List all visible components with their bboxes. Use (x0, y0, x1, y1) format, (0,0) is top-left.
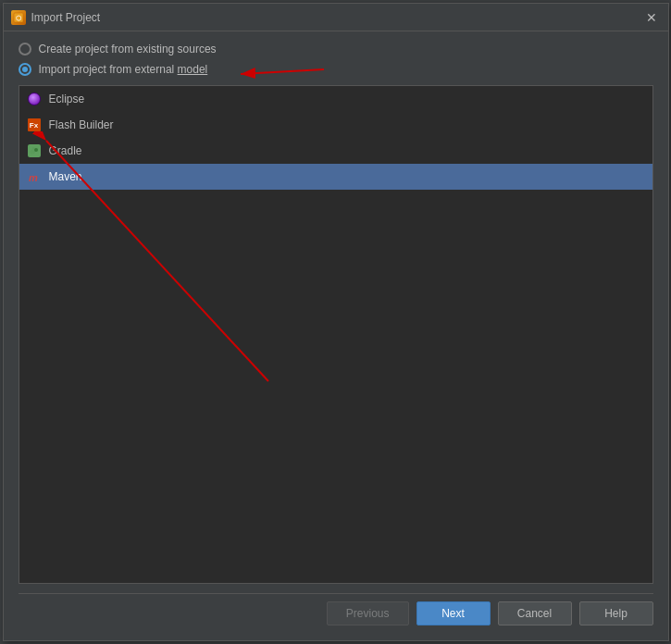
radio-create-circle[interactable] (19, 43, 31, 56)
next-button[interactable]: Next (416, 601, 491, 625)
flashbuilder-icon: Fx (27, 118, 42, 132)
window-icon: ⬡ (11, 10, 26, 25)
radio-create-label: Create project from existing sources (39, 43, 217, 56)
radio-import-circle[interactable] (19, 63, 31, 76)
svg-point-6 (34, 148, 38, 152)
import-underline: model (178, 63, 208, 76)
eclipse-label: Eclipse (49, 93, 85, 105)
help-button[interactable]: Help (579, 601, 653, 625)
maven-icon: m (27, 169, 42, 184)
radio-group: Create project from existing sources Imp… (19, 43, 653, 76)
content-area: Create project from existing sources Imp… (4, 31, 668, 640)
flashbuilder-label: Flash Builder (49, 118, 114, 131)
gradle-label: Gradle (49, 144, 82, 157)
radio-create[interactable]: Create project from existing sources (19, 43, 653, 56)
svg-text:m: m (29, 172, 38, 183)
gradle-icon (27, 143, 42, 158)
svg-text:⬡: ⬡ (16, 15, 21, 21)
maven-label: Maven (49, 170, 82, 183)
list-section: Eclipse Fx Flash Builder (19, 85, 653, 584)
import-type-list[interactable]: Eclipse Fx Flash Builder (19, 85, 653, 584)
import-project-window: ⬡ Import Project ✕ Create project from e… (3, 3, 669, 641)
radio-import[interactable]: Import project from external model (19, 63, 653, 76)
list-item-flashbuilder[interactable]: Fx Flash Builder (19, 112, 652, 138)
list-item-eclipse[interactable]: Eclipse (19, 86, 652, 112)
svg-line-3 (241, 69, 324, 74)
title-bar-left: ⬡ Import Project (11, 10, 101, 25)
window-title: Import Project (31, 11, 101, 24)
radio-import-label: Import project from external model (39, 63, 208, 76)
title-bar: ⬡ Import Project ✕ (4, 4, 668, 31)
eclipse-icon (27, 92, 42, 106)
cancel-button[interactable]: Cancel (498, 601, 572, 625)
list-item-maven[interactable]: m Maven (19, 164, 652, 190)
footer-buttons: Previous Next Cancel Help (19, 593, 653, 629)
list-item-gradle[interactable]: Gradle (19, 138, 652, 164)
close-button[interactable]: ✕ (642, 8, 661, 27)
svg-rect-5 (32, 147, 34, 152)
previous-button[interactable]: Previous (327, 601, 409, 625)
